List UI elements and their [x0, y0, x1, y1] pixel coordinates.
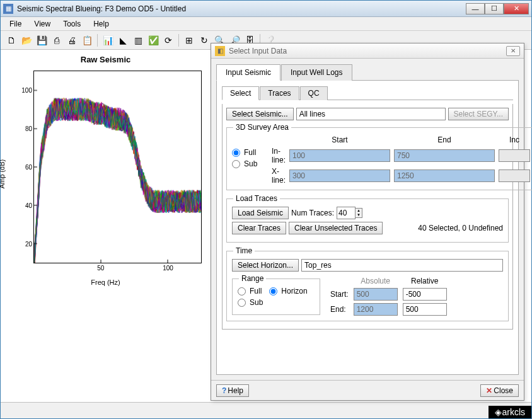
x-tick-label: 50: [97, 265, 104, 272]
process-icon[interactable]: ⟳: [161, 33, 175, 47]
open-icon[interactable]: 📂: [20, 33, 33, 47]
status-bar: [1, 402, 531, 418]
close-button[interactable]: ✕: [504, 3, 529, 14]
y-axis-label: Amp (dB): [0, 159, 6, 188]
subtab-traces[interactable]: Traces: [260, 86, 299, 100]
rel-start-input[interactable]: [403, 288, 447, 301]
tab-input-well-logs[interactable]: Input Well Logs: [281, 64, 352, 81]
inline-start-input: [289, 149, 390, 162]
copy-icon[interactable]: 📋: [80, 33, 94, 47]
x-tick-label: 100: [163, 265, 173, 272]
num-traces-input[interactable]: [337, 207, 356, 219]
y-tick-label: 60: [25, 164, 32, 171]
app-icon: ▦: [3, 4, 13, 14]
xline-end-input: [394, 169, 495, 182]
abs-start-input: [354, 288, 398, 301]
dialog-icon: ◧: [215, 46, 225, 56]
design-icon[interactable]: ◣: [116, 33, 130, 47]
new-icon[interactable]: 🗋: [4, 33, 18, 47]
help-button[interactable]: ?Help: [216, 384, 249, 397]
col-inc: Inc: [499, 135, 530, 144]
menubar: File View Tools Help: [1, 17, 531, 31]
num-traces-stepper[interactable]: ▲▼: [337, 207, 362, 219]
radio-sub[interactable]: [232, 160, 240, 168]
radio-range-full[interactable]: [238, 287, 246, 296]
menu-view[interactable]: View: [29, 18, 55, 30]
stepper-up-icon[interactable]: ▲: [356, 209, 362, 213]
row-inline-label: In-line:: [272, 147, 286, 164]
time-legend: Time: [233, 246, 255, 255]
row-xline-label: X-line:: [272, 167, 286, 185]
seismic-value-input[interactable]: [296, 108, 446, 120]
save-icon[interactable]: 💾: [35, 33, 49, 47]
plot-area: [33, 71, 202, 263]
select-horizon-button[interactable]: Select Horizon...: [232, 259, 299, 272]
close-btn-icon: ✕: [486, 386, 492, 395]
help-btn-icon: ?: [222, 386, 226, 395]
menu-tools[interactable]: Tools: [58, 18, 86, 30]
y-ticks: 20406080100: [18, 71, 32, 263]
time-fieldset: Time Select Horizon... Range Full Horizo…: [226, 246, 509, 321]
subtab-select[interactable]: Select: [222, 86, 259, 100]
load-seismic-button[interactable]: Load Seismic: [232, 207, 289, 219]
range-fieldset: Range Full Horizon Sub: [232, 274, 320, 315]
chart-pane: Raw Seismic Amp (dB) 20406080100 50100 F…: [1, 50, 211, 402]
inline-inc-input: [499, 149, 530, 162]
y-tick-label: 100: [21, 86, 32, 93]
loadtraces-legend: Load Traces: [233, 194, 280, 203]
menu-file[interactable]: File: [4, 18, 26, 30]
window-title: Seismic Spectral Blueing: F3 Demo OD5 - …: [17, 4, 466, 13]
num-traces-label: Num Traces:: [291, 209, 334, 217]
radio-range-sub[interactable]: [238, 299, 246, 307]
tab-input-seismic[interactable]: Input Seismic: [216, 64, 280, 81]
y-tick-label: 40: [25, 202, 32, 209]
menu-help[interactable]: Help: [88, 18, 114, 30]
spectrum-icon[interactable]: 📊: [101, 33, 115, 47]
saveas-icon[interactable]: ⎙: [50, 33, 64, 47]
clear-traces-button[interactable]: Clear Traces: [232, 222, 286, 234]
range-legend: Range: [239, 274, 266, 283]
dialog-title: Select Input Data: [229, 47, 506, 55]
load-traces-fieldset: Load Traces Load Seismic Num Traces: ▲▼ …: [226, 194, 509, 243]
dialog-tabs: Input Seismic Input Well Logs: [216, 64, 519, 81]
close-dialog-button[interactable]: ✕Close: [480, 384, 519, 397]
x-axis-label: Freq (Hz): [91, 278, 120, 286]
chart-title: Raw Seismic: [6, 55, 205, 64]
refresh-icon[interactable]: ↻: [197, 33, 211, 47]
maximize-button[interactable]: ☐: [485, 3, 504, 14]
select-segy-button[interactable]: Select SEGY...: [448, 108, 509, 120]
minimize-button[interactable]: —: [466, 3, 485, 14]
xline-start-input: [289, 169, 390, 182]
absolute-label: Absolute: [354, 277, 398, 285]
print-icon[interactable]: 🖨: [65, 33, 79, 47]
rel-end-input[interactable]: [403, 303, 447, 316]
subtabs: Select Traces QC: [222, 86, 513, 100]
traces-status: 40 Selected, 0 Undefined: [385, 224, 503, 232]
bars-icon[interactable]: ▥: [131, 33, 145, 47]
col-start: Start: [289, 135, 390, 144]
survey-area-fieldset: 3D Survey Area Full Sub Start End: [226, 123, 532, 190]
dialog-close-icon[interactable]: ✕: [506, 46, 520, 56]
subtab-qc[interactable]: QC: [300, 86, 328, 100]
brand-logo: ◈arkcls: [489, 406, 531, 418]
x-ticks: 50100: [33, 265, 202, 273]
radio-full[interactable]: [232, 149, 240, 157]
abs-end-input: [354, 303, 398, 316]
select-seismic-button[interactable]: Select Seismic...: [226, 108, 294, 120]
xline-inc-input: [499, 169, 530, 182]
grid-icon[interactable]: ⊞: [182, 33, 196, 47]
col-end: End: [394, 135, 495, 144]
y-tick-label: 80: [25, 125, 32, 132]
radio-range-horizon[interactable]: [269, 287, 277, 296]
relative-label: Relative: [403, 277, 447, 285]
stepper-down-icon[interactable]: ▼: [356, 213, 362, 217]
y-tick-label: 20: [25, 241, 32, 248]
horizon-value-input[interactable]: [301, 259, 503, 272]
apply-icon[interactable]: ✅: [146, 33, 160, 47]
clear-unselected-button[interactable]: Clear Unselected Traces: [289, 222, 383, 234]
inline-end-input: [394, 149, 495, 162]
dialog-titlebar: ◧ Select Input Data ✕: [211, 43, 524, 59]
select-input-data-dialog: ◧ Select Input Data ✕ Input Seismic Inpu…: [211, 43, 524, 401]
titlebar: ▦ Seismic Spectral Blueing: F3 Demo OD5 …: [1, 1, 531, 17]
start-label: Start:: [330, 290, 349, 299]
